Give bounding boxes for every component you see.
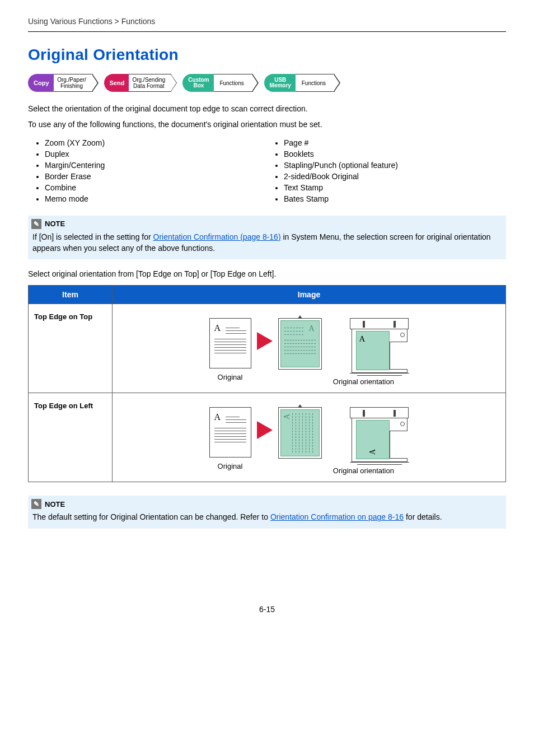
table-row: Top Edge on Left A Original: [29, 393, 506, 482]
list-item: Zoom (XY Zoom): [45, 138, 267, 147]
note-box-1: ✎ NOTE If [On] is selected in the settin…: [28, 216, 506, 260]
original-sheet-illustration: A: [209, 407, 251, 458]
intro-text-1: Select the orientation of the original d…: [28, 103, 506, 114]
intro-text-2: To use any of the following functions, t…: [28, 119, 506, 130]
list-item: Combine: [45, 183, 267, 192]
list-item: Margin/Centering: [45, 161, 267, 170]
note-label: NOTE: [45, 500, 65, 508]
select-instruction: Select original orientation from [Top Ed…: [28, 268, 506, 279]
note-icon: ✎: [31, 499, 41, 509]
list-item: Border Erase: [45, 172, 267, 181]
list-item: Duplex: [45, 150, 267, 158]
machine-landscape-rotated-illustration: A: [350, 407, 409, 466]
functions-list: Zoom (XY Zoom) Duplex Margin/Centering B…: [28, 136, 506, 206]
copy-pill: Copy: [28, 74, 54, 92]
note-box-2: ✎ NOTE The default setting for Original …: [28, 496, 506, 528]
usb-tag: Functions: [296, 74, 335, 92]
page-title: Original Orientation: [28, 46, 506, 64]
row-image-cell: A Original A: [113, 393, 506, 482]
caption-orientation: Original orientation: [333, 466, 394, 475]
orientation-table: Item Image Top Edge on Top A Original: [28, 285, 506, 482]
functions-list-left: Zoom (XY Zoom) Duplex Margin/Centering B…: [28, 136, 267, 206]
note-body-2: The default setting for Original Orienta…: [31, 511, 503, 522]
custombox-tag: Functions: [214, 74, 253, 92]
orientation-confirmation-link-2[interactable]: Orientation Confirmation on page 8-16: [270, 512, 404, 521]
function-tag-row: Copy Org./Paper/Finishing Send Org./Send…: [28, 74, 506, 92]
row-image-cell: A Original A: [113, 304, 506, 393]
note-icon: ✎: [31, 219, 41, 229]
usb-pill: USBMemory: [264, 74, 296, 92]
platen-portrait-illustration: A: [278, 318, 322, 370]
list-item: Stapling/Punch (optional feature): [284, 161, 506, 170]
list-item: Text Stamp: [284, 183, 506, 192]
arrow-icon: [257, 421, 273, 439]
list-item: Bates Stamp: [284, 194, 506, 203]
list-item: Booklets: [284, 150, 506, 158]
list-item: 2-sided/Book Original: [284, 172, 506, 181]
caption-original: Original: [218, 373, 243, 381]
note-label: NOTE: [45, 220, 65, 228]
platen-portrait-rotated-illustration: A: [278, 407, 322, 459]
copy-tag: Org./Paper/Finishing: [54, 74, 93, 92]
th-item: Item: [29, 286, 113, 304]
row-item-label: Top Edge on Top: [29, 304, 113, 393]
send-pill: Send: [104, 74, 129, 92]
caption-original: Original: [218, 462, 243, 470]
row-item-label: Top Edge on Left: [29, 393, 113, 482]
caption-orientation: Original orientation: [333, 377, 394, 386]
list-item: Memo mode: [45, 194, 267, 203]
note-body-1: If [On] is selected in the setting for O…: [31, 231, 503, 254]
divider-top: [28, 31, 506, 32]
functions-list-right: Page # Booklets Stapling/Punch (optional…: [267, 136, 506, 206]
machine-landscape-illustration: A: [350, 318, 409, 377]
original-sheet-illustration: A: [209, 318, 251, 368]
custombox-pill: CustomBox: [182, 74, 213, 92]
orientation-confirmation-link[interactable]: Orientation Confirmation (page 8-16): [153, 232, 281, 241]
th-image: Image: [113, 286, 506, 304]
page-number: 6-15: [28, 538, 506, 614]
arrow-icon: [257, 332, 273, 350]
breadcrumb: Using Various Functions > Functions: [28, 17, 506, 26]
list-item: Page #: [284, 138, 506, 147]
table-row: Top Edge on Top A Original: [29, 304, 506, 393]
send-tag: Org./SendingData Format: [129, 74, 171, 92]
